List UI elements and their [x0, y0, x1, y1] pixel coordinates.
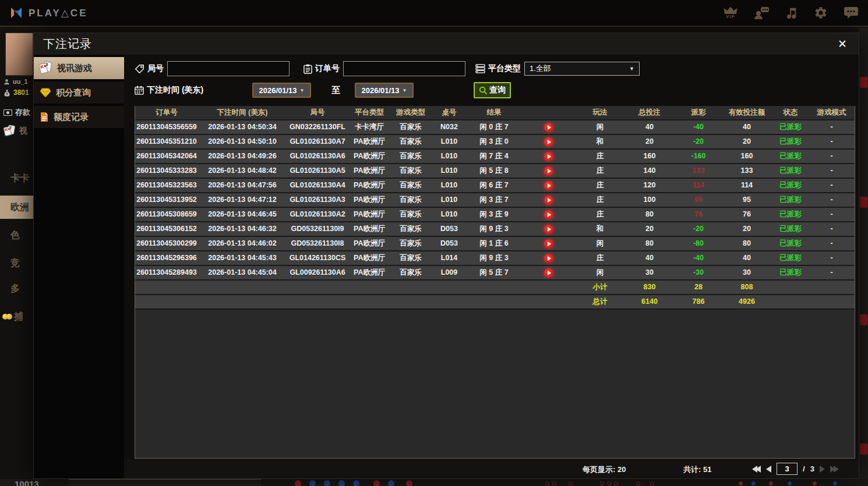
date-from-picker[interactable]: 2026/01/13 ▼	[252, 83, 311, 98]
cell-platform: PA欧洲厅	[348, 266, 390, 279]
replay-play-icon[interactable]	[544, 254, 553, 263]
subtotal-row: 小计83028808	[135, 281, 855, 295]
replay-play-icon[interactable]	[544, 210, 553, 219]
cell-order: 260113045300299	[135, 237, 198, 250]
replay-play-icon[interactable]	[544, 166, 553, 176]
replay-play-icon[interactable]	[544, 152, 553, 161]
replay-play-icon[interactable]	[544, 123, 553, 132]
tab-label: 额度记录	[54, 112, 89, 123]
cell-platform: PA欧洲厅	[348, 251, 390, 265]
search-button[interactable]: 查询	[474, 82, 511, 98]
brand[interactable]: PLAY△CE	[9, 6, 87, 20]
roadmap-dot	[600, 481, 604, 485]
cell-result: 闲 5 庄 8	[467, 164, 521, 178]
cell-payout: -40	[676, 251, 721, 265]
total-count-label: 共计: 51	[683, 464, 711, 475]
cell-bet_type: 闲	[577, 266, 623, 279]
prev-page-button[interactable]	[766, 466, 771, 473]
column-header: 总投注	[623, 106, 676, 119]
cell-round: GL010261130A6	[287, 150, 348, 163]
replay-play-icon[interactable]	[544, 137, 553, 147]
total-row-order	[135, 295, 198, 308]
vip-icon[interactable]: VIP	[724, 6, 738, 19]
date-to-picker[interactable]: 2026/01/13 ▼	[355, 83, 414, 98]
cell-time: 2026-01-13 04:46:02	[198, 237, 287, 250]
cell-mode: -	[809, 222, 855, 236]
cell-game: 百家乐	[390, 164, 431, 178]
music-icon[interactable]	[785, 6, 798, 20]
cell-mode: -	[809, 120, 855, 134]
tab-points-query[interactable]: 积分查询	[34, 81, 124, 104]
cell-payout: 95	[676, 193, 721, 207]
cell-status: 已派彩	[772, 135, 809, 148]
bet-records-table: 订单号下注时间 (美东)局号平台类型游戏类型桌号结果玩法总投注派彩有效投注额状态…	[135, 106, 855, 459]
cell-platform: PA欧洲厅	[348, 164, 390, 178]
cell-payout: -20	[676, 222, 721, 236]
background-username-row: uu_1	[3, 78, 28, 85]
background-deposit[interactable]: 存款	[3, 107, 30, 118]
column-header: 有效投注额	[721, 106, 772, 119]
cell-bet: 40	[623, 251, 676, 265]
roadmap-dot	[552, 481, 556, 485]
tab-video-games[interactable]: 9K♥ 视讯游戏	[34, 57, 124, 79]
cards-icon: 9K♥	[4, 125, 16, 137]
replay-play-icon[interactable]	[544, 268, 553, 278]
replay-play-icon[interactable]	[544, 239, 553, 249]
date-to-value: 2026/01/13	[362, 86, 400, 95]
roadmap-dot	[373, 480, 380, 486]
tab-credit-records[interactable]: 额度记录	[34, 106, 124, 128]
cell-table_no: L009	[431, 266, 467, 279]
cell-bet: 20	[623, 135, 676, 148]
table-row: 2601130452894932026-01-13 04:45:04GL0092…	[135, 266, 855, 281]
replay-cell	[521, 237, 577, 250]
cell-bet: 30	[623, 266, 676, 279]
bet-time-label: 下注时间 (美东)	[147, 85, 203, 95]
background-nav-capture[interactable]: 捕	[0, 305, 33, 328]
total-row-result	[467, 295, 521, 308]
customer-service-icon[interactable]	[753, 6, 770, 20]
search-button-label: 查询	[489, 85, 506, 95]
roadmap-dot	[607, 481, 611, 485]
order-input[interactable]	[343, 61, 465, 76]
current-page-input[interactable]: 3	[777, 463, 798, 475]
cell-mode: -	[809, 266, 855, 279]
background-nav-duo[interactable]: 多	[0, 277, 33, 300]
cell-result: 闲 1 庄 6	[467, 237, 521, 250]
cell-result: 闲 9 庄 3	[467, 251, 521, 265]
next-page-button[interactable]	[820, 466, 825, 473]
roadmap-dot	[545, 481, 549, 485]
total-row-valid: 4926	[721, 295, 772, 308]
cell-status: 已派彩	[772, 164, 809, 178]
modal-footer: 每页显示: 20 共计: 51 3 / 3	[124, 460, 859, 478]
settings-gear-icon[interactable]	[814, 6, 828, 20]
cell-round: GL010261130A3	[287, 193, 348, 207]
subtotal-row-result	[467, 281, 521, 294]
background-nav-jing[interactable]: 竞	[0, 251, 33, 275]
cell-status: 已派彩	[772, 237, 809, 250]
first-page-button[interactable]	[752, 466, 761, 473]
close-icon[interactable]: ✕	[835, 37, 849, 51]
replay-play-icon[interactable]	[544, 181, 553, 190]
roadmap-dot	[813, 481, 817, 485]
replay-play-icon[interactable]	[544, 196, 553, 205]
roadmap-dot	[406, 480, 412, 486]
date-from-group: 2026/01/13 ▼	[252, 82, 311, 98]
background-nav-se[interactable]: 色	[0, 224, 33, 247]
background-video-tab[interactable]: 9K♥ 视	[3, 125, 27, 137]
background-nav-europe[interactable]: 欧洲	[0, 196, 33, 219]
cell-valid: 160	[721, 150, 772, 163]
last-page-button[interactable]	[830, 466, 839, 473]
cell-payout: -160	[676, 150, 721, 163]
cell-bet_type: 和	[577, 222, 623, 236]
roadmap-dot	[569, 481, 573, 485]
cell-valid: 20	[721, 222, 772, 236]
platform-select[interactable]: 1.全部 ▼	[524, 62, 640, 76]
replay-play-icon[interactable]	[544, 225, 553, 234]
background-nav-kaka[interactable]: 卡卡	[0, 166, 33, 190]
background-badge	[860, 197, 867, 208]
cell-game: 百家乐	[390, 193, 431, 207]
cell-valid: 114	[721, 179, 772, 192]
chat-bubble-icon[interactable]	[844, 6, 859, 20]
cell-result: 闲 3 庄 0	[467, 135, 521, 148]
round-input[interactable]	[167, 61, 290, 76]
